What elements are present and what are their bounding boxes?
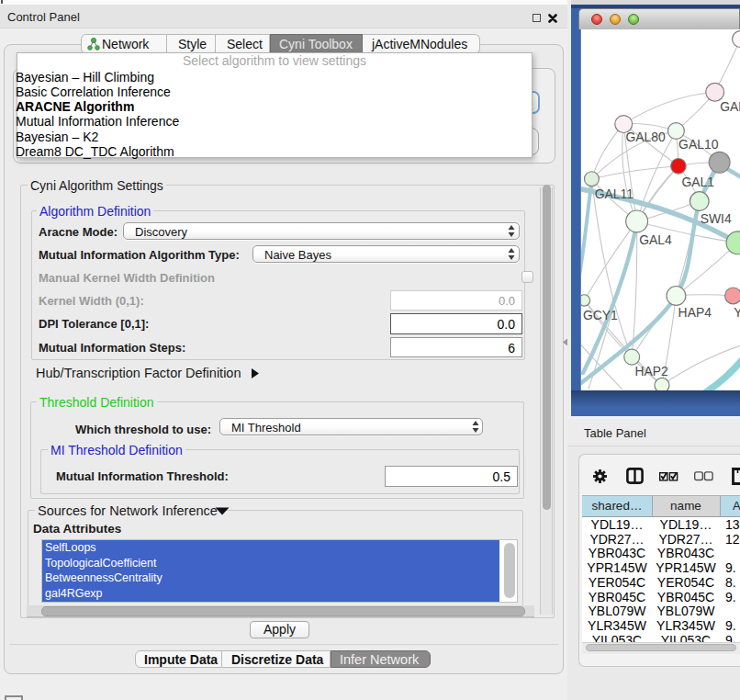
svg-text:GAL11: GAL11 xyxy=(594,186,633,201)
svg-text:GAL4: GAL4 xyxy=(639,232,672,247)
svg-text:HAP4: HAP4 xyxy=(678,304,712,319)
svg-text:GAL80: GAL80 xyxy=(625,129,666,143)
svg-text:GAL1: GAL1 xyxy=(681,174,714,188)
svg-text:Y: Y xyxy=(734,304,740,319)
svg-text:HAP2: HAP2 xyxy=(634,364,668,378)
svg-text:GCY1: GCY1 xyxy=(582,307,617,322)
svg-text:GAL10: GAL10 xyxy=(678,137,719,152)
svg-text:SWI4: SWI4 xyxy=(700,211,731,226)
svg-text:GAL7: GAL7 xyxy=(720,99,740,114)
